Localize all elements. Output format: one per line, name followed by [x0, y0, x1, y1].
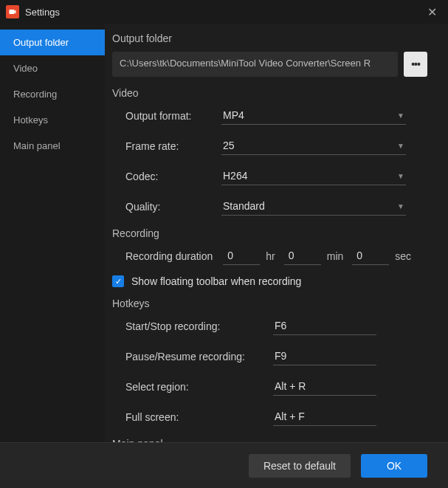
codec-value: H264	[223, 170, 247, 182]
hotkey-startstop-value[interactable]: F6	[273, 317, 376, 335]
framerate-value: 25	[223, 140, 235, 151]
chevron-down-icon: ▼	[397, 172, 404, 180]
app-icon	[6, 5, 19, 18]
min-unit: min	[327, 250, 344, 262]
hotkey-fullscreen-value[interactable]: Alt + F	[273, 408, 376, 426]
toolbar-check-row: ✓ Show floating toolbar when recording	[112, 275, 427, 287]
chevron-down-icon: ▼	[397, 202, 404, 210]
toolbar-checkbox[interactable]: ✓	[112, 275, 124, 287]
sidebar-item-recording[interactable]: Recording	[0, 81, 105, 107]
close-button[interactable]: ✕	[421, 1, 442, 22]
hotkey-startstop-label: Start/Stop recording:	[125, 320, 273, 332]
hotkey-fullscreen-label: Full screen:	[125, 411, 273, 423]
section-video-title: Video	[112, 87, 427, 99]
sidebar-item-output-folder[interactable]: Output folder	[0, 30, 105, 55]
framerate-select[interactable]: 25 ▼	[221, 137, 406, 155]
duration-sec-input[interactable]	[352, 247, 389, 265]
output-format-label: Output format:	[125, 110, 221, 122]
codec-select[interactable]: H264 ▼	[221, 167, 406, 185]
duration-min-input[interactable]	[284, 247, 321, 265]
sidebar-item-hotkeys[interactable]: Hotkeys	[0, 107, 105, 133]
sidebar-item-main-panel[interactable]: Main panel	[0, 133, 105, 159]
hotkey-region-value[interactable]: Alt + R	[273, 377, 376, 396]
output-path-input[interactable]: C:\Users\tk\Documents\MiniTool Video Con…	[112, 52, 398, 77]
quality-value: Standard	[223, 200, 265, 212]
duration-hr-input[interactable]	[223, 247, 260, 265]
titlebar: Settings ✕	[0, 0, 448, 24]
quality-select[interactable]: Standard ▼	[221, 197, 406, 216]
chevron-down-icon: ▼	[397, 142, 404, 150]
output-format-select[interactable]: MP4 ▼	[221, 106, 406, 125]
browse-button[interactable]: •••	[404, 52, 427, 77]
footer: Reset to default OK	[0, 442, 448, 488]
reset-button[interactable]: Reset to default	[249, 454, 351, 478]
toolbar-checkbox-label: Show floating toolbar when recording	[131, 275, 301, 287]
section-recording-title: Recording	[112, 227, 427, 239]
section-hotkeys-title: Hotkeys	[112, 298, 427, 309]
body: Output folder Video Recording Hotkeys Ma…	[0, 24, 448, 442]
content-area: Output folder C:\Users\tk\Documents\Mini…	[105, 24, 448, 442]
duration-row: Recording duration hr min sec	[125, 247, 427, 265]
hotkey-region-label: Select region:	[125, 381, 273, 393]
sidebar: Output folder Video Recording Hotkeys Ma…	[0, 24, 105, 442]
settings-window: Settings ✕ Output folder Video Recording…	[0, 0, 448, 488]
output-format-value: MP4	[223, 109, 244, 121]
ok-button[interactable]: OK	[361, 454, 427, 478]
duration-label: Recording duration	[125, 250, 213, 262]
hotkey-pause-value[interactable]: F9	[273, 347, 376, 365]
output-path-row: C:\Users\tk\Documents\MiniTool Video Con…	[112, 52, 427, 77]
framerate-label: Frame rate:	[125, 140, 221, 152]
sec-unit: sec	[395, 250, 411, 262]
quality-label: Quality:	[125, 201, 221, 213]
hr-unit: hr	[266, 250, 275, 262]
sidebar-item-video[interactable]: Video	[0, 55, 105, 81]
section-output-title: Output folder	[112, 32, 427, 44]
hotkey-pause-label: Pause/Resume recording:	[125, 351, 273, 362]
chevron-down-icon: ▼	[397, 111, 404, 120]
window-title: Settings	[25, 7, 421, 18]
codec-label: Codec:	[125, 171, 221, 182]
